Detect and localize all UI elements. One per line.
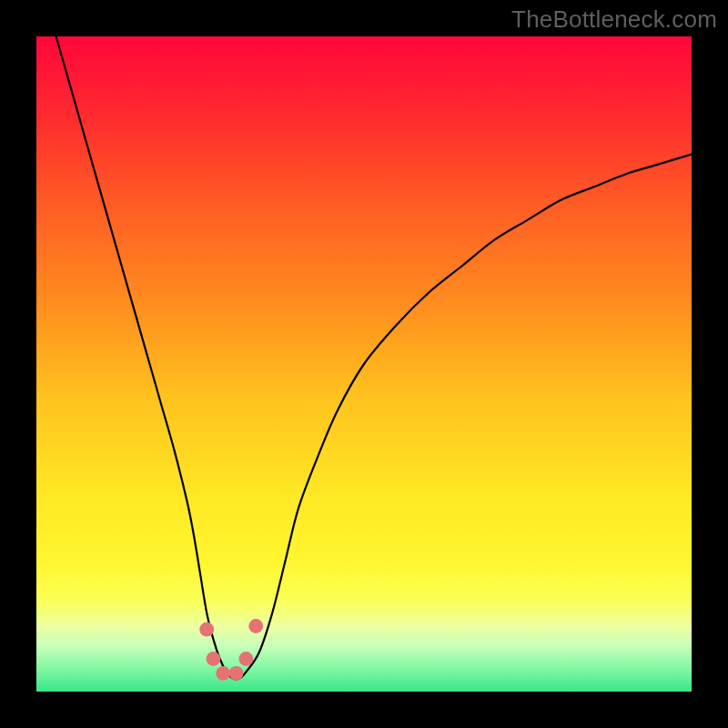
curve-marker [199,622,214,637]
chart-frame: TheBottleneck.com [0,0,728,728]
plot-area [36,36,692,692]
curve-marker [229,666,244,681]
curve-marker [206,652,220,666]
curve-marker [216,666,230,681]
chart-svg [36,36,692,692]
curve-marker [238,652,253,666]
watermark-text: TheBottleneck.com [511,5,717,34]
curve-marker [248,619,263,633]
